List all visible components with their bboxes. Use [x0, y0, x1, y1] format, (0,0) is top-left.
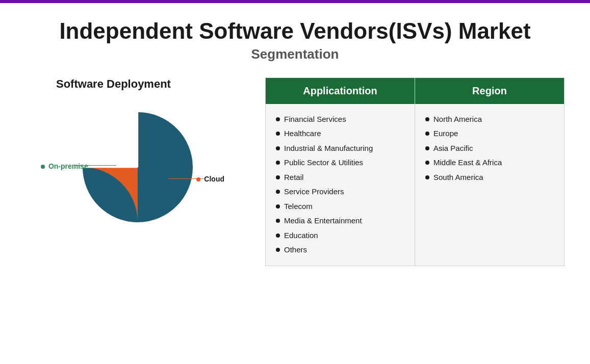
application-item: Public Sector & Utilities — [276, 155, 404, 170]
application-column: Applicationtion Financial ServicesHealth… — [266, 78, 415, 266]
region-item: Europe — [425, 126, 554, 141]
bullet-icon — [276, 161, 280, 165]
pie-chart — [76, 106, 199, 228]
page-subtitle: Segmentation — [25, 46, 565, 62]
region-item: South America — [425, 170, 554, 185]
on-premise-dot — [41, 165, 45, 169]
region-body: North AmericaEuropeAsia PacificMiddle Ea… — [415, 104, 564, 266]
application-header: Applicationtion — [266, 78, 415, 104]
region-item: Middle East & Africa — [425, 155, 554, 170]
application-item: Financial Services — [276, 112, 404, 127]
application-body: Financial ServicesHealthcareIndustrial &… — [266, 104, 415, 266]
bullet-icon — [276, 248, 280, 252]
application-item: Industrial & Manufacturing — [276, 141, 404, 156]
bullet-icon — [425, 117, 429, 121]
cloud-label: Cloud — [196, 175, 224, 183]
bullet-icon — [276, 190, 280, 194]
bullet-icon — [276, 175, 280, 179]
chart-area: On-premise — [41, 96, 235, 239]
left-panel: Software Deployment On-premise — [25, 77, 250, 239]
application-item: Others — [276, 243, 404, 257]
application-item: Service Providers — [276, 185, 404, 199]
bullet-icon — [425, 132, 429, 136]
bullet-icon — [425, 175, 429, 179]
bullet-icon — [425, 161, 429, 165]
segmentation-table: Applicationtion Financial ServicesHealth… — [265, 77, 565, 266]
bullet-icon — [425, 146, 429, 150]
application-item: Healthcare — [276, 126, 404, 141]
application-item: Telecom — [276, 199, 404, 214]
bullet-icon — [276, 233, 280, 238]
right-panel: Applicationtion Financial ServicesHealth… — [265, 77, 565, 266]
application-item: Retail — [276, 170, 404, 185]
application-item: Education — [276, 228, 404, 243]
region-item: Asia Pacific — [425, 141, 554, 156]
content-row: Software Deployment On-premise — [25, 77, 565, 266]
cloud-dot — [196, 177, 200, 181]
bullet-icon — [276, 132, 280, 136]
region-column: Region North AmericaEuropeAsia PacificMi… — [415, 78, 564, 266]
bullet-icon — [276, 117, 280, 121]
chart-title: Software Deployment — [56, 77, 171, 91]
region-item: North America — [425, 112, 554, 127]
on-premise-line — [75, 165, 116, 166]
main-container: Independent Software Vendors(ISVs) Marke… — [0, 3, 590, 276]
bullet-icon — [276, 146, 280, 150]
bullet-icon — [276, 219, 280, 223]
region-header: Region — [415, 78, 564, 104]
on-premise-label: On-premise — [41, 162, 88, 170]
page-title: Independent Software Vendors(ISVs) Marke… — [25, 18, 565, 44]
bullet-icon — [276, 204, 280, 209]
application-item: Media & Entertainment — [276, 214, 404, 228]
